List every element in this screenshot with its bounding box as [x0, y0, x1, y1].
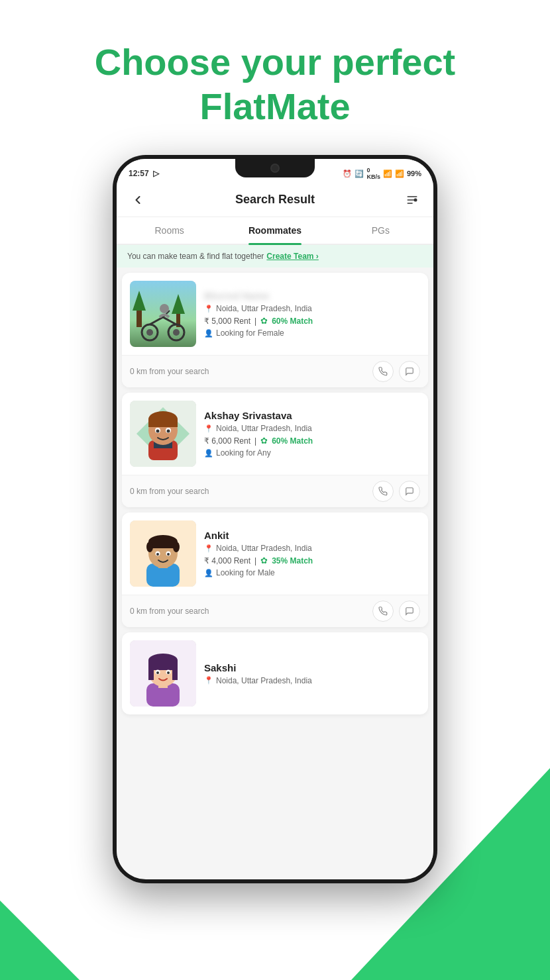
svg-point-12: [173, 329, 180, 336]
card-top-3: Ankit 📍 Noida, Uttar Pradesh, India ₹ 4,…: [122, 513, 428, 595]
chat-button-2[interactable]: [399, 481, 420, 502]
filter-button[interactable]: [402, 189, 423, 211]
listing-card-3: Ankit 📍 Noida, Uttar Pradesh, India ₹ 4,…: [122, 513, 428, 627]
pin-icon-2: 📍: [204, 424, 213, 433]
pin-icon-3: 📍: [204, 544, 213, 553]
card-looking-3: 👤 Looking for Male: [204, 568, 420, 577]
card-info-3: Ankit 📍 Noida, Uttar Pradesh, India ₹ 4,…: [204, 520, 420, 587]
chat-button-3[interactable]: [399, 601, 420, 622]
status-sync-icon: 🔄: [355, 170, 364, 178]
svg-point-24: [167, 430, 170, 433]
bike-photo-svg: [130, 281, 196, 347]
status-play-icon: ▷: [153, 169, 159, 178]
tab-rooms[interactable]: Rooms: [117, 217, 222, 244]
status-right: ⏰ 🔄 0KB/s 📶 📶 99%: [343, 167, 421, 180]
pin-icon-1: 📍: [204, 305, 213, 313]
card-photo-4: [130, 640, 196, 707]
page-title: Choose your perfect FlatMate: [40, 40, 510, 128]
card-name-2: Akshay Srivastava: [204, 410, 420, 421]
avatar-ankit-svg: [130, 520, 196, 587]
svg-point-35: [156, 553, 159, 556]
card-location-3: 📍 Noida, Uttar Pradesh, India: [204, 544, 420, 553]
tab-roommates[interactable]: Roommates: [222, 217, 327, 244]
svg-point-13: [160, 304, 169, 313]
listing-card-1: Blurred Name 📍 Noida, Uttar Pradesh, Ind…: [122, 273, 428, 387]
person-icon-3: 👤: [204, 569, 213, 577]
card-looking-2: 👤 Looking for Any: [204, 448, 420, 458]
page-header: Choose your perfect FlatMate: [0, 0, 550, 148]
card-bottom-3: 0 km from your search: [122, 595, 428, 627]
call-button-3[interactable]: [372, 601, 394, 622]
card-distance-3: 0 km from your search: [130, 607, 209, 616]
phone-wrapper: 12:57 ▷ ⏰ 🔄 0KB/s 📶 📶 99%: [0, 148, 550, 883]
svg-point-36: [167, 553, 170, 556]
card-info-4: Sakshi 📍 Noida, Uttar Pradesh, India: [204, 640, 420, 707]
listing-card-4: Sakshi 📍 Noida, Uttar Pradesh, India: [122, 632, 428, 714]
card-actions-3: [372, 601, 420, 622]
card-name-4: Sakshi: [204, 662, 420, 673]
status-alarm-icon: ⏰: [343, 170, 352, 178]
status-battery: 99%: [407, 170, 421, 177]
card-info-2: Akshay Srivastava 📍 Noida, Uttar Pradesh…: [204, 401, 420, 467]
svg-rect-44: [172, 660, 178, 680]
phone-screen: 12:57 ▷ ⏰ 🔄 0KB/s 📶 📶 99%: [117, 159, 433, 879]
call-button-2[interactable]: [372, 481, 394, 502]
svg-point-47: [156, 671, 159, 674]
snowflake-icon-1: ✿: [260, 316, 268, 326]
status-time: 12:57: [129, 169, 149, 178]
pin-icon-4: 📍: [204, 676, 213, 685]
person-icon-2: 👤: [204, 449, 213, 458]
team-banner-text: You can make team & find flat together: [127, 252, 264, 261]
card-looking-1: 👤 Looking for Female: [204, 328, 420, 338]
card-distance-2: 0 km from your search: [130, 487, 209, 496]
svg-point-32: [173, 542, 180, 552]
card-photo-3: [130, 520, 196, 587]
svg-point-31: [146, 542, 153, 552]
card-distance-1: 0 km from your search: [130, 367, 209, 376]
call-button-1[interactable]: [372, 361, 394, 382]
card-location-1: 📍 Noida, Uttar Pradesh, India: [204, 304, 420, 313]
create-team-link[interactable]: Create Team ›: [266, 252, 318, 261]
svg-point-48: [167, 671, 170, 674]
card-photo-2: [130, 401, 196, 467]
card-actions-2: [372, 481, 420, 502]
app-bar: Search Result: [117, 183, 433, 217]
card-rent-2: ₹ 6,000 Rent | ✿ 60% Match: [204, 436, 420, 446]
card-name-1: Blurred Name: [204, 290, 420, 301]
card-info-1: Blurred Name 📍 Noida, Uttar Pradesh, Ind…: [204, 281, 420, 347]
svg-rect-20: [148, 419, 178, 427]
svg-point-23: [156, 430, 160, 433]
team-banner: You can make team & find flat together C…: [117, 245, 433, 268]
card-rent-1: ₹ 5,000 Rent | ✿ 60% Match: [204, 316, 420, 326]
card-location-4: 📍 Noida, Uttar Pradesh, India: [204, 676, 420, 685]
status-wifi-icon: 📶: [383, 170, 392, 178]
tab-pgs[interactable]: PGs: [328, 217, 433, 244]
snowflake-icon-3: ✿: [260, 556, 268, 565]
avatar-sakshi-svg: [130, 640, 196, 707]
status-data-icon: 0KB/s: [366, 167, 380, 180]
card-actions-1: [372, 361, 420, 382]
svg-point-3: [414, 199, 416, 201]
tab-bar: Rooms Roommates PGs: [117, 217, 433, 245]
chat-button-1[interactable]: [399, 361, 420, 382]
listing-card-2: Akshay Srivastava 📍 Noida, Uttar Pradesh…: [122, 393, 428, 507]
status-signal-icon: 📶: [395, 170, 404, 178]
snowflake-icon-2: ✿: [260, 436, 268, 446]
avatar-akshay-svg: [130, 401, 196, 467]
person-icon-1: 👤: [204, 329, 213, 338]
notch-camera: [270, 164, 280, 173]
back-button[interactable]: [127, 189, 148, 211]
svg-point-11: [146, 329, 153, 336]
listings-scroll[interactable]: Blurred Name 📍 Noida, Uttar Pradesh, Ind…: [117, 268, 433, 875]
card-top-4: Sakshi 📍 Noida, Uttar Pradesh, India: [122, 632, 428, 714]
card-rent-3: ₹ 4,000 Rent | ✿ 35% Match: [204, 556, 420, 565]
card-photo-1: [130, 281, 196, 347]
svg-rect-43: [148, 660, 154, 680]
card-name-3: Ankit: [204, 530, 420, 541]
card-top-1: Blurred Name 📍 Noida, Uttar Pradesh, Ind…: [122, 273, 428, 355]
card-location-2: 📍 Noida, Uttar Pradesh, India: [204, 424, 420, 433]
status-left: 12:57 ▷: [129, 169, 159, 178]
card-bottom-1: 0 km from your search: [122, 355, 428, 387]
app-bar-title: Search Result: [235, 193, 315, 207]
card-top-2: Akshay Srivastava 📍 Noida, Uttar Pradesh…: [122, 393, 428, 475]
